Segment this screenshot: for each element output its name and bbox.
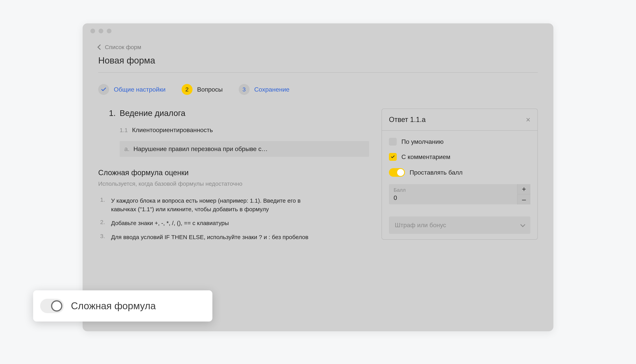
chevron-down-icon — [520, 222, 525, 227]
list-index: 2. — [100, 219, 106, 228]
left-pane: 1. Ведение диалога 1.1 Клиентоориентиров… — [98, 108, 369, 241]
switch-knob — [51, 300, 62, 312]
switch-off[interactable] — [40, 299, 64, 313]
step-3[interactable]: 3 Сохранение — [239, 84, 290, 95]
checkbox-unchecked[interactable] — [389, 138, 397, 146]
breadcrumb-back[interactable]: Список форм — [98, 44, 538, 50]
switch-knob — [397, 169, 404, 176]
score-field[interactable]: Балл 0 — [389, 184, 517, 204]
section-title: Ведение диалога — [120, 108, 185, 118]
list-index: 1. — [100, 196, 106, 213]
question-title: Клиентоориентированность — [132, 126, 213, 134]
option-default-label: По умолчанию — [402, 138, 444, 145]
option-score-label: Проставлять балл — [410, 169, 462, 176]
divider — [98, 72, 538, 73]
check-icon — [391, 155, 395, 159]
answer-text: Нарушение правил перезвона при обрыве с… — [134, 145, 268, 152]
answer-settings-title: Ответ 1.1.a — [389, 116, 426, 124]
close-icon[interactable]: × — [526, 116, 530, 124]
section-number: 1. — [98, 108, 116, 118]
penalty-bonus-label: Штраф или бонус — [395, 222, 446, 229]
list-item: 1. У каждого блока и вопроса есть номер … — [100, 196, 369, 213]
page-title: Новая форма — [98, 55, 538, 66]
callout-label: Сложная формула — [71, 300, 156, 312]
list-item: 3. Для ввода условий IF THEN ELSE, испол… — [100, 233, 369, 242]
check-icon — [101, 86, 106, 92]
traffic-light-zoom[interactable] — [107, 29, 112, 33]
option-comment[interactable]: С комментарием — [389, 153, 530, 161]
step-3-label: Сохранение — [254, 86, 290, 93]
breadcrumb-label: Список форм — [105, 44, 141, 50]
app-window: Список форм Новая форма Общие настройки … — [82, 24, 554, 331]
penalty-bonus-select[interactable]: Штраф или бонус — [389, 216, 530, 234]
list-index: 3. — [100, 233, 106, 242]
step-1-bubble — [98, 84, 109, 95]
list-text: Добавьте знаки +, -, *, /, (), == с клав… — [111, 219, 229, 228]
answer-letter: a. — [124, 145, 130, 152]
step-3-bubble: 3 — [239, 84, 250, 95]
step-1-label: Общие настройки — [114, 86, 166, 93]
switch-on[interactable] — [389, 168, 405, 177]
question-number: 1.1 — [120, 127, 128, 134]
score-label: Балл — [394, 187, 512, 193]
checkbox-checked[interactable] — [389, 153, 397, 161]
list-text: У каждого блока и вопроса есть номер (на… — [111, 196, 326, 213]
stepper: Общие настройки 2 Вопросы 3 Сохранение — [98, 84, 538, 95]
answer-settings-card: Ответ 1.1.a × По умолчанию — [382, 108, 538, 240]
traffic-light-minimize[interactable] — [98, 29, 103, 33]
option-comment-label: С комментарием — [402, 153, 450, 160]
step-2-bubble: 2 — [182, 84, 192, 95]
score-value: 0 — [394, 194, 512, 202]
answer-option-row[interactable]: a. Нарушение правил перезвона при обрыве… — [120, 141, 369, 157]
section-heading: 1. Ведение диалога — [98, 108, 369, 118]
option-score-toggle[interactable]: Проставлять балл — [389, 168, 530, 177]
formula-instructions: 1. У каждого блока и вопроса есть номер … — [100, 196, 369, 241]
question-row[interactable]: 1.1 Клиентоориентированность — [120, 126, 369, 134]
formula-heading: Сложная формула оценки — [98, 168, 369, 177]
formula-subheading: Используется, когда базовой формулы недо… — [98, 180, 369, 187]
score-increment-button[interactable]: + — [518, 184, 530, 194]
list-item: 2. Добавьте знаки +, -, *, /, (), == с к… — [100, 219, 369, 228]
step-1[interactable]: Общие настройки — [98, 84, 166, 95]
chevron-left-icon — [98, 44, 103, 50]
step-2[interactable]: 2 Вопросы — [182, 84, 223, 95]
step-2-label: Вопросы — [197, 86, 223, 93]
traffic-light-close[interactable] — [90, 29, 95, 33]
complex-formula-callout: Сложная формула — [33, 290, 212, 322]
list-text: Для ввода условий IF THEN ELSE, использу… — [111, 233, 308, 242]
option-default[interactable]: По умолчанию — [389, 138, 530, 146]
score-stepper: Балл 0 + – — [389, 184, 530, 204]
window-titlebar — [82, 24, 554, 38]
score-decrement-button[interactable]: – — [518, 194, 530, 204]
